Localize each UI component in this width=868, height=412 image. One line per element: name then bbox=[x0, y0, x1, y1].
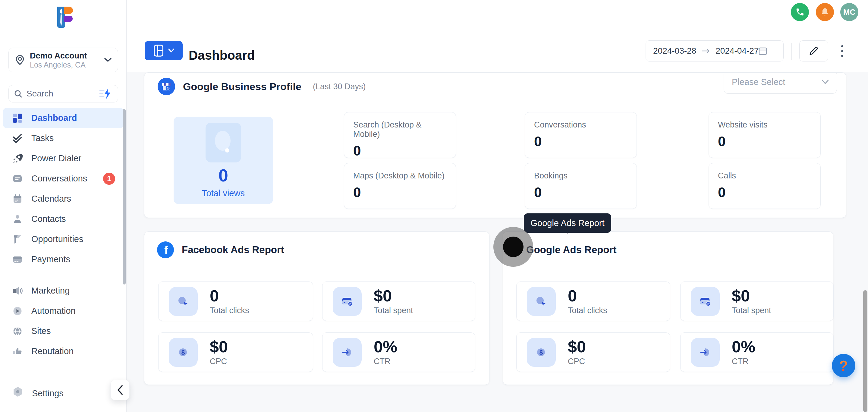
stat-value: 0% bbox=[732, 338, 755, 355]
google-ads-title: Google Ads Report bbox=[526, 244, 616, 256]
avatar-initials: MC bbox=[843, 7, 855, 17]
google-header-divider bbox=[503, 268, 833, 268]
topbar-divider bbox=[127, 25, 868, 25]
sidebar-item-conversations[interactable]: Conversations 1 bbox=[0, 168, 127, 189]
stat-value: 0 bbox=[353, 184, 447, 200]
funnel-icon bbox=[12, 234, 23, 245]
sidebar-item-contacts[interactable]: Contacts bbox=[0, 209, 127, 229]
card-check-icon bbox=[691, 287, 720, 316]
sidebar-item-automation[interactable]: Automation bbox=[0, 301, 127, 321]
edit-dashboard-button[interactable] bbox=[799, 40, 828, 62]
stat-value: 0 bbox=[210, 287, 249, 304]
google-business-profile-icon: G bbox=[158, 78, 175, 95]
sidebar-item-label: Power Dialer bbox=[31, 153, 82, 163]
gbp-location-select[interactable]: Please Select bbox=[724, 72, 837, 94]
more-options-button[interactable] bbox=[835, 41, 849, 61]
stat-label: Bookings bbox=[534, 171, 627, 181]
layout-grid-icon bbox=[153, 44, 165, 57]
sidebar-item-calendars[interactable]: Calendars bbox=[0, 189, 127, 209]
sidebar-item-power-dialer[interactable]: Power Dialer bbox=[0, 148, 127, 168]
page-scrollbar[interactable] bbox=[863, 290, 867, 412]
sidebar-collapse-button[interactable] bbox=[110, 380, 130, 400]
image-placeholder-icon bbox=[206, 123, 241, 162]
stat-label: CTR bbox=[374, 357, 397, 366]
google-ads-report-card: Google Ads Report 0 Total clicks $0 bbox=[503, 231, 833, 385]
account-name: Demo Account bbox=[30, 51, 99, 61]
sidebar-item-reputation[interactable]: Reputation bbox=[0, 341, 127, 354]
search-input[interactable]: Search bbox=[8, 85, 118, 102]
date-start[interactable]: 2024-03-28 bbox=[653, 46, 696, 56]
stat-value: 0 bbox=[534, 133, 627, 150]
facebook-icon: f bbox=[157, 242, 174, 258]
arrow-right-icon bbox=[333, 338, 362, 367]
stat-label: CPC bbox=[210, 357, 228, 366]
sidebar-item-dashboard[interactable]: Dashboard bbox=[3, 108, 124, 128]
click-icon bbox=[527, 287, 556, 316]
stat-label: CTR bbox=[732, 357, 755, 366]
account-selector[interactable]: Demo Account Los Angeles, CA bbox=[8, 47, 118, 72]
gbp-stat-card: Search (Desktop & Mobile) 0 bbox=[344, 112, 456, 158]
cursor-dot bbox=[503, 236, 524, 257]
stat-label: Maps (Desktop & Mobile) bbox=[353, 171, 447, 181]
sidebar-item-payments[interactable]: Payments bbox=[0, 249, 127, 270]
stat-card-total-spent: $0 Total spent bbox=[680, 282, 834, 321]
sidebar-item-opportunities[interactable]: Opportunities bbox=[0, 229, 127, 249]
dashboard-layout-button[interactable] bbox=[145, 41, 183, 60]
chevron-down-icon bbox=[168, 49, 174, 53]
sidebar-item-label: Reputation bbox=[31, 346, 73, 354]
bell-icon bbox=[821, 7, 829, 17]
click-icon bbox=[169, 287, 198, 316]
avatar[interactable]: MC bbox=[840, 3, 858, 21]
date-range-picker[interactable]: 2024-03-28 2024-04-27 bbox=[646, 40, 784, 62]
stat-value: $0 bbox=[732, 287, 771, 304]
sidebar-item-label: Dashboard bbox=[31, 113, 77, 123]
sidebar: Demo Account Los Angeles, CA Search bbox=[0, 0, 127, 412]
stat-label: Total spent bbox=[732, 306, 771, 315]
google-ads-header: Google Ads Report bbox=[526, 232, 616, 268]
phone-button[interactable] bbox=[791, 3, 809, 21]
gbp-header-divider bbox=[144, 103, 846, 103]
search-icon bbox=[14, 90, 22, 98]
calendar-icon bbox=[12, 193, 23, 204]
stat-value: $0 bbox=[210, 338, 228, 355]
stat-card-cpc: $0 CPC bbox=[158, 332, 313, 372]
facebook-ads-report-card: f Facebook Ads Report 0 Total clicks bbox=[144, 231, 490, 385]
date-end[interactable]: 2024-04-27 bbox=[715, 46, 761, 56]
sidebar-item-label: Sites bbox=[31, 326, 51, 336]
search-placeholder: Search bbox=[27, 89, 95, 99]
stat-label: Total spent bbox=[374, 306, 413, 315]
gbp-icon-letter: G bbox=[166, 86, 169, 90]
facebook-ads-title: Facebook Ads Report bbox=[182, 244, 284, 256]
sidebar-item-marketing[interactable]: Marketing bbox=[0, 281, 127, 301]
total-views-label: Total views bbox=[202, 188, 245, 198]
stat-card-total-clicks: 0 Total clicks bbox=[516, 282, 670, 321]
brand-logo-icon bbox=[52, 4, 75, 28]
sidebar-item-settings[interactable]: Settings bbox=[0, 383, 127, 404]
settings-label: Settings bbox=[32, 388, 64, 399]
facebook-icon-letter: f bbox=[164, 244, 168, 256]
sidebar-item-label: Automation bbox=[31, 306, 76, 316]
facebook-ads-header: f Facebook Ads Report bbox=[157, 232, 284, 268]
calendar-icon bbox=[758, 46, 767, 56]
stat-label: Total clicks bbox=[210, 306, 249, 315]
sidebar-item-label: Tasks bbox=[31, 133, 54, 143]
stat-value: $0 bbox=[374, 287, 413, 304]
stat-value: 0 bbox=[718, 184, 811, 200]
thumbs-up-icon bbox=[12, 346, 23, 354]
sidebar-item-sites[interactable]: Sites bbox=[0, 321, 127, 341]
tooltip-text: Google Ads Report bbox=[530, 218, 604, 228]
gbp-stat-card: Bookings 0 bbox=[525, 163, 637, 209]
sidebar-item-tasks[interactable]: Tasks bbox=[0, 128, 127, 148]
help-button[interactable]: ? bbox=[832, 354, 855, 377]
sidebar-nav: Dashboard Tasks Power Dialer bbox=[0, 108, 127, 354]
sidebar-item-label: Marketing bbox=[31, 286, 70, 296]
notifications-button[interactable] bbox=[816, 3, 834, 21]
sidebar-scrollbar[interactable] bbox=[123, 109, 126, 285]
stat-card-total-spent: $0 Total spent bbox=[322, 282, 475, 321]
stat-label: Search (Desktop & Mobile) bbox=[353, 120, 447, 139]
gbp-stat-card: Website visits 0 bbox=[709, 112, 821, 158]
phone-icon bbox=[795, 7, 804, 17]
person-icon bbox=[12, 214, 23, 225]
quick-actions-bolt-icon[interactable] bbox=[99, 88, 113, 100]
arrow-right-icon bbox=[691, 338, 720, 367]
